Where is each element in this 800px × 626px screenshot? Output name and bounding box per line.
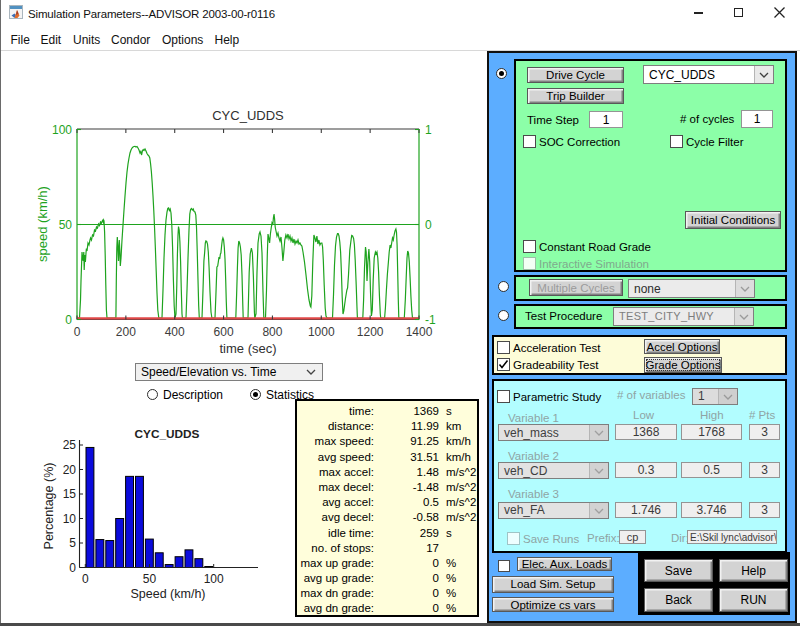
svg-text:50: 50 <box>59 218 73 232</box>
svg-text:200: 200 <box>116 325 136 339</box>
svg-text:CYC_UDDS: CYC_UDDS <box>135 427 200 441</box>
svg-text:speed (km/h): speed (km/h) <box>35 186 50 262</box>
svg-text:600: 600 <box>214 325 234 339</box>
svg-text:25: 25 <box>63 438 77 452</box>
svg-text:800: 800 <box>262 325 282 339</box>
svg-text:0: 0 <box>82 572 89 586</box>
svg-text:1000: 1000 <box>308 325 335 339</box>
svg-text:5: 5 <box>69 536 76 550</box>
svg-text:50: 50 <box>143 572 157 586</box>
svg-text:100: 100 <box>52 123 72 137</box>
svg-text:1: 1 <box>425 123 432 137</box>
svg-text:100: 100 <box>204 572 224 586</box>
svg-text:time (sec): time (sec) <box>219 341 276 356</box>
svg-text:0: 0 <box>74 325 81 339</box>
svg-text:-1: -1 <box>425 313 436 327</box>
svg-text:0: 0 <box>65 313 72 327</box>
svg-text:400: 400 <box>165 325 185 339</box>
svg-text:CYC_UDDS: CYC_UDDS <box>212 108 284 123</box>
svg-text:1400: 1400 <box>406 325 433 339</box>
svg-text:1200: 1200 <box>357 325 384 339</box>
svg-text:Speed (km/h): Speed (km/h) <box>130 587 205 601</box>
svg-text:0: 0 <box>425 218 432 232</box>
svg-text:Percentage (%): Percentage (%) <box>42 463 56 550</box>
svg-text:15: 15 <box>63 487 77 501</box>
svg-text:10: 10 <box>63 512 77 526</box>
svg-text:0: 0 <box>69 561 76 575</box>
svg-text:20: 20 <box>63 463 77 477</box>
